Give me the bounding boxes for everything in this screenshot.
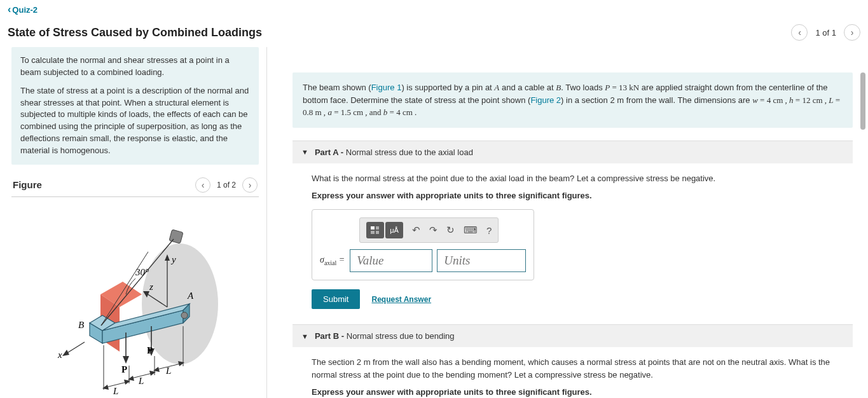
part-b-question: The section 2 m from the wall also has a… [312,356,834,381]
request-answer-link[interactable]: Request Answer [371,295,431,304]
svg-line-11 [101,252,148,326]
figure-nav: ‹ 1 of 2 › [195,177,258,193]
svg-rect-49 [376,231,379,234]
sigma-label: σaxial = [320,255,345,266]
submit-button[interactable]: Submit [312,289,360,309]
svg-text:z: z [149,282,153,292]
svg-text:A: A [187,291,194,301]
next-page-button[interactable]: › [844,24,860,41]
help-icon[interactable]: ? [486,225,492,236]
learning-goal-box: To calculate the normal and shear stress… [11,47,259,165]
svg-rect-47 [376,226,379,230]
keyboard-icon[interactable]: ⌨ [464,224,478,236]
part-a-instruction: Express your answer with appropriate uni… [312,191,834,200]
prev-page-button[interactable]: ‹ [791,24,808,41]
part-a-desc: Normal stress due to the axial load [343,148,473,157]
part-b-instruction: Express your answer with appropriate uni… [312,387,834,397]
figure2-link[interactable]: Figure 2 [530,95,561,105]
page-title: State of Stress Caused by Combined Loadi… [8,26,262,39]
part-a-question: What is the normal stress at the point d… [312,172,834,185]
svg-text:y: y [170,254,176,264]
figure-counter: 1 of 2 [214,181,238,189]
svg-text:L: L [113,386,118,396]
back-link[interactable]: Quiz-2 [8,5,38,15]
part-b-label: Part B - [315,331,344,341]
collapse-icon: ▼ [301,148,308,156]
svg-rect-48 [371,231,375,234]
redo-icon[interactable]: ↷ [429,224,437,236]
svg-rect-46 [371,226,375,230]
undo-icon[interactable]: ↶ [412,224,420,236]
svg-text:L: L [165,366,171,376]
part-b-body: The section 2 m from the wall also has a… [293,356,853,398]
collapse-icon: ▼ [301,333,308,340]
problem-statement: The beam shown (Figure 1) is supported b… [293,72,853,128]
answer-frame: μÅ ↶ ↷ ↻ ⌨ ? σaxial = [312,209,534,280]
svg-point-0 [142,244,218,364]
figure-title: Figure [13,179,42,190]
reset-icon[interactable]: ↻ [446,224,455,236]
svg-text:x: x [57,350,62,360]
part-b-header[interactable]: ▼ Part B - Normal stress due to bending [293,324,853,347]
figure1-link[interactable]: Figure 1 [371,83,402,92]
scrollbar-thumb[interactable] [860,72,865,130]
figure-image: 30° y z x A B P P [11,202,259,398]
svg-text:P: P [121,364,127,374]
svg-marker-20 [62,350,69,356]
svg-text:30°: 30° [135,267,149,277]
part-b-desc: Normal stress due to bending [344,331,454,341]
figure-next-button[interactable]: › [242,177,258,193]
units-input[interactable] [437,249,526,272]
units-tool-button[interactable]: μÅ [385,222,403,238]
svg-point-8 [181,312,188,319]
learning-p2: The state of stress at a point is a desc… [20,85,250,157]
template-tool-icon[interactable] [366,222,384,238]
page-counter: 1 of 1 [813,28,839,38]
learning-p1: To calculate the normal and shear stress… [20,55,250,79]
svg-text:B: B [78,320,84,330]
part-a-label: Part A - [315,148,343,157]
svg-marker-25 [123,356,129,364]
figure-prev-button[interactable]: ‹ [195,177,210,193]
svg-text:L: L [138,376,144,386]
part-a-body: What is the normal stress at the point d… [293,172,853,325]
svg-text:P: P [147,345,153,355]
figure-divider [11,196,259,197]
answer-toolbar: μÅ ↶ ↷ ↻ ⌨ ? [359,217,499,243]
value-input[interactable] [350,249,432,272]
part-a-header[interactable]: ▼ Part A - Normal stress due to the axia… [293,141,853,163]
page-nav: ‹ 1 of 1 › [791,24,860,41]
